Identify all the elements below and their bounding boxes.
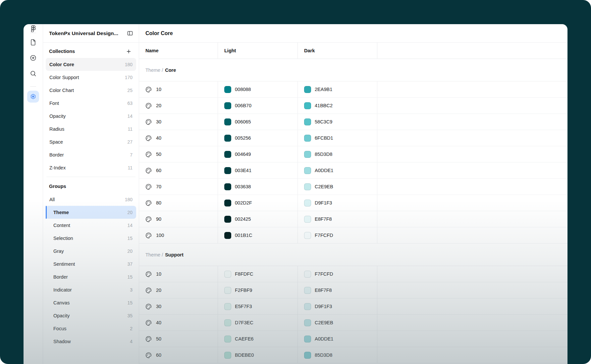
column-header-light[interactable]: Light bbox=[218, 43, 298, 59]
token-row-support-10[interactable]: 10F8FDFCF7FCFD bbox=[139, 266, 567, 282]
light-color-swatch[interactable] bbox=[224, 216, 231, 223]
group-item-opacity[interactable]: Opacity35 bbox=[46, 309, 136, 322]
light-color-swatch[interactable] bbox=[224, 135, 231, 142]
dark-value-cell: 85D3D8 bbox=[298, 146, 377, 162]
collection-item-color-support[interactable]: Color Support170 bbox=[46, 71, 136, 84]
light-color-swatch[interactable] bbox=[224, 303, 231, 310]
collection-item-z-index[interactable]: Z-Index11 bbox=[46, 161, 136, 174]
light-color-swatch[interactable] bbox=[224, 151, 231, 158]
empty-cell bbox=[377, 331, 567, 347]
light-value-cell: 004649 bbox=[218, 146, 298, 162]
dark-color-swatch[interactable] bbox=[304, 183, 311, 190]
collection-item-color-core[interactable]: Color Core180 bbox=[46, 58, 136, 71]
group-item-gray[interactable]: Gray20 bbox=[46, 245, 136, 257]
token-row-core-100[interactable]: 100001B1CF7FCFD bbox=[139, 227, 567, 244]
collapse-sidebar-icon[interactable] bbox=[126, 29, 134, 38]
dark-value-cell: 6FCBD1 bbox=[298, 130, 377, 146]
dark-color-swatch[interactable] bbox=[304, 216, 311, 223]
collection-item-space[interactable]: Space27 bbox=[46, 135, 136, 148]
token-row-core-30[interactable]: 3000606558C3C9 bbox=[139, 114, 567, 130]
dark-color-swatch[interactable] bbox=[304, 151, 311, 158]
collection-item-border[interactable]: Border7 bbox=[46, 148, 136, 161]
group-item-shadow[interactable]: Shadow4 bbox=[46, 335, 136, 348]
item-count-badge: 37 bbox=[127, 261, 133, 267]
group-item-focus[interactable]: Focus2 bbox=[46, 322, 136, 335]
search-icon[interactable] bbox=[27, 67, 39, 80]
light-color-swatch[interactable] bbox=[224, 86, 231, 93]
light-color-swatch[interactable] bbox=[224, 287, 231, 294]
token-row-core-20[interactable]: 20006B7041BBC2 bbox=[139, 98, 567, 114]
token-name: 70 bbox=[156, 184, 161, 189]
token-row-support-50[interactable]: 50CAEFE6A0DDE1 bbox=[139, 331, 567, 347]
dark-color-swatch[interactable] bbox=[304, 135, 311, 142]
group-item-sentiment[interactable]: Sentiment37 bbox=[46, 257, 136, 270]
token-row-core-40[interactable]: 400052566FCBD1 bbox=[139, 130, 567, 146]
token-row-support-60[interactable]: 60BDEBE085D3D8 bbox=[139, 347, 567, 363]
light-color-swatch[interactable] bbox=[224, 352, 231, 359]
collection-item-color-chart[interactable]: Color Chart25 bbox=[46, 84, 136, 97]
light-color-swatch[interactable] bbox=[224, 102, 231, 109]
token-row-core-60[interactable]: 60003E41A0DDE1 bbox=[139, 162, 567, 179]
dark-color-swatch[interactable] bbox=[304, 352, 311, 359]
item-label: Color Chart bbox=[49, 88, 127, 93]
dark-color-swatch[interactable] bbox=[304, 271, 311, 278]
group-item-content[interactable]: Content14 bbox=[46, 219, 136, 232]
token-hexagon-icon[interactable] bbox=[27, 91, 39, 103]
dark-color-swatch[interactable] bbox=[304, 86, 311, 93]
dark-color-swatch[interactable] bbox=[304, 232, 311, 239]
token-row-core-90[interactable]: 90002425E8F7F8 bbox=[139, 211, 567, 227]
light-value-cell: 002D2F bbox=[218, 195, 298, 211]
dark-hex-value: 41BBC2 bbox=[315, 103, 333, 108]
group-item-all[interactable]: All180 bbox=[46, 193, 136, 206]
figma-logo-icon[interactable] bbox=[29, 24, 37, 33]
plus-circle-icon[interactable] bbox=[27, 52, 39, 64]
item-label: Gray bbox=[53, 249, 127, 254]
token-name-cell: 80 bbox=[139, 195, 218, 211]
item-label: Space bbox=[49, 139, 127, 145]
light-color-swatch[interactable] bbox=[224, 319, 231, 326]
group-item-indicator[interactable]: Indicator3 bbox=[46, 283, 136, 296]
dark-color-swatch[interactable] bbox=[304, 336, 311, 342]
token-row-support-40[interactable]: 40D7F3ECC2E9EB bbox=[139, 315, 567, 331]
dark-color-swatch[interactable] bbox=[304, 102, 311, 109]
group-item-border[interactable]: Border15 bbox=[46, 270, 136, 283]
group-item-canvas[interactable]: Canvas15 bbox=[46, 296, 136, 309]
light-color-swatch[interactable] bbox=[224, 200, 231, 206]
dark-color-swatch[interactable] bbox=[304, 319, 311, 326]
token-row-core-10[interactable]: 100080882EA9B1 bbox=[139, 81, 567, 98]
collections-list: Color Core180Color Support170Color Chart… bbox=[46, 58, 136, 174]
item-count-badge: 2 bbox=[130, 326, 133, 331]
item-label: Color Core bbox=[49, 62, 125, 67]
file-icon[interactable] bbox=[27, 36, 39, 49]
collection-item-opacity[interactable]: Opacity14 bbox=[46, 110, 136, 122]
token-row-support-20[interactable]: 20F2FBF9E8F7F8 bbox=[139, 282, 567, 298]
empty-cell bbox=[377, 114, 567, 130]
add-collection-icon[interactable] bbox=[124, 47, 133, 56]
light-color-swatch[interactable] bbox=[224, 118, 231, 125]
token-row-core-70[interactable]: 70003638C2E9EB bbox=[139, 179, 567, 195]
palette-icon bbox=[145, 303, 152, 310]
column-header-dark[interactable]: Dark bbox=[298, 43, 377, 59]
empty-cell bbox=[377, 227, 567, 243]
group-item-theme[interactable]: Theme20 bbox=[46, 206, 136, 219]
dark-color-swatch[interactable] bbox=[304, 167, 311, 174]
light-hex-value: 003638 bbox=[235, 184, 251, 189]
light-color-swatch[interactable] bbox=[224, 336, 231, 342]
token-row-core-50[interactable]: 5000464985D3D8 bbox=[139, 146, 567, 162]
dark-color-swatch[interactable] bbox=[304, 303, 311, 310]
dark-color-swatch[interactable] bbox=[304, 118, 311, 125]
column-header-name[interactable]: Name bbox=[139, 43, 218, 59]
item-label: Indicator bbox=[53, 287, 130, 293]
dark-color-swatch[interactable] bbox=[304, 200, 311, 206]
dark-value-cell: 85D3D8 bbox=[298, 347, 377, 363]
token-row-support-30[interactable]: 30E5F7F3D9F1F3 bbox=[139, 298, 567, 315]
dark-color-swatch[interactable] bbox=[304, 287, 311, 294]
light-color-swatch[interactable] bbox=[224, 167, 231, 174]
token-row-core-80[interactable]: 80002D2FD9F1F3 bbox=[139, 195, 567, 211]
light-color-swatch[interactable] bbox=[224, 183, 231, 190]
light-color-swatch[interactable] bbox=[224, 232, 231, 239]
collection-item-radius[interactable]: Radius11 bbox=[46, 122, 136, 135]
group-item-selection[interactable]: Selection15 bbox=[46, 232, 136, 245]
light-color-swatch[interactable] bbox=[224, 271, 231, 278]
collection-item-font[interactable]: Font63 bbox=[46, 97, 136, 110]
